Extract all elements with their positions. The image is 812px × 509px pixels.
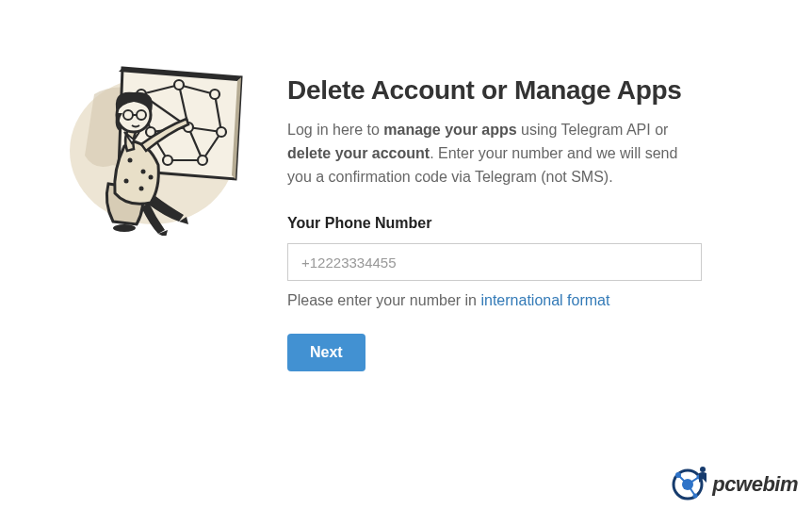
svg-point-22 [128, 158, 133, 163]
svg-point-15 [210, 90, 219, 99]
intro-text: Log in here to manage your apps using Te… [287, 119, 702, 189]
pcwebim-logo-icon [667, 464, 708, 505]
international-format-link[interactable]: international format [480, 292, 609, 308]
next-button[interactable]: Next [287, 334, 365, 371]
svg-point-26 [149, 175, 154, 180]
svg-point-19 [163, 156, 172, 165]
svg-point-20 [198, 156, 207, 165]
phone-label: Your Phone Number [287, 215, 765, 232]
help-text: Please enter your number in internationa… [287, 292, 765, 309]
svg-point-21 [113, 224, 136, 232]
pcwebim-watermark: pcwebim [667, 464, 798, 505]
svg-point-39 [700, 467, 706, 472]
svg-point-25 [139, 187, 144, 191]
svg-point-18 [217, 127, 226, 137]
phone-input[interactable] [287, 243, 702, 281]
svg-point-23 [141, 170, 146, 174]
telegram-illustration [57, 33, 250, 371]
pcwebim-watermark-text: pcwebim [712, 472, 798, 497]
svg-point-14 [174, 80, 184, 90]
page-title: Delete Account or Manage Apps [287, 75, 765, 106]
svg-point-24 [124, 179, 129, 184]
